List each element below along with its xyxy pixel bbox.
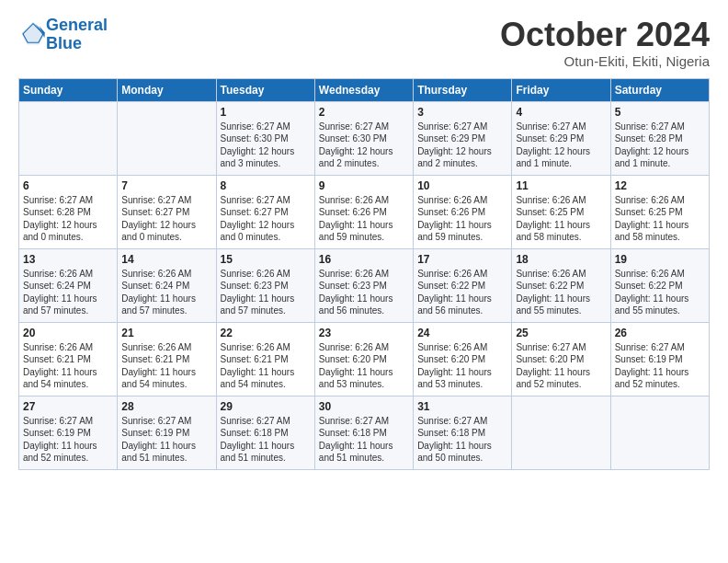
day-info: Sunrise: 6:26 AM Sunset: 6:20 PM Dayligh… [319, 341, 409, 391]
calendar-cell [610, 396, 709, 469]
calendar-cell: 10Sunrise: 6:26 AM Sunset: 6:26 PM Dayli… [414, 175, 512, 248]
day-info: Sunrise: 6:27 AM Sunset: 6:28 PM Dayligh… [23, 194, 113, 244]
day-info: Sunrise: 6:26 AM Sunset: 6:21 PM Dayligh… [121, 341, 211, 391]
calendar-cell: 28Sunrise: 6:27 AM Sunset: 6:19 PM Dayli… [118, 396, 216, 469]
day-info: Sunrise: 6:26 AM Sunset: 6:23 PM Dayligh… [319, 268, 409, 317]
calendar-cell: 11Sunrise: 6:26 AM Sunset: 6:25 PM Dayli… [512, 175, 610, 248]
location: Otun-Ekiti, Ekiti, Nigeria [500, 53, 710, 69]
calendar-cell: 19Sunrise: 6:26 AM Sunset: 6:22 PM Dayli… [610, 248, 709, 322]
day-number: 10 [417, 179, 507, 192]
calendar-cell: 15Sunrise: 6:26 AM Sunset: 6:23 PM Dayli… [216, 248, 314, 322]
day-info: Sunrise: 6:26 AM Sunset: 6:22 PM Dayligh… [615, 268, 705, 317]
day-info: Sunrise: 6:27 AM Sunset: 6:18 PM Dayligh… [417, 415, 507, 465]
calendar-cell: 14Sunrise: 6:26 AM Sunset: 6:24 PM Dayli… [118, 248, 216, 322]
weekday-friday: Friday [512, 78, 610, 101]
day-info: Sunrise: 6:26 AM Sunset: 6:24 PM Dayligh… [121, 268, 211, 317]
day-number: 25 [516, 327, 606, 339]
day-number: 31 [417, 400, 507, 413]
day-info: Sunrise: 6:26 AM Sunset: 6:26 PM Dayligh… [319, 194, 409, 244]
weekday-row: SundayMondayTuesdayWednesdayThursdayFrid… [19, 78, 710, 101]
day-number: 3 [417, 106, 507, 119]
calendar-cell [19, 101, 118, 175]
day-info: Sunrise: 6:26 AM Sunset: 6:20 PM Dayligh… [417, 341, 507, 391]
week-row-3: 13Sunrise: 6:26 AM Sunset: 6:24 PM Dayli… [19, 248, 710, 322]
calendar-cell [118, 101, 216, 175]
calendar-cell: 9Sunrise: 6:26 AM Sunset: 6:26 PM Daylig… [314, 175, 413, 248]
calendar-cell: 25Sunrise: 6:27 AM Sunset: 6:20 PM Dayli… [512, 322, 610, 396]
calendar-cell: 18Sunrise: 6:26 AM Sunset: 6:22 PM Dayli… [512, 248, 610, 322]
day-number: 9 [319, 179, 409, 192]
weekday-tuesday: Tuesday [216, 78, 314, 101]
day-info: Sunrise: 6:27 AM Sunset: 6:27 PM Dayligh… [221, 194, 311, 244]
logo-general: General [46, 16, 108, 34]
calendar-cell: 16Sunrise: 6:26 AM Sunset: 6:23 PM Dayli… [314, 248, 413, 322]
day-info: Sunrise: 6:26 AM Sunset: 6:25 PM Dayligh… [615, 194, 705, 244]
day-number: 27 [23, 400, 113, 413]
calendar-cell: 3Sunrise: 6:27 AM Sunset: 6:29 PM Daylig… [414, 101, 512, 175]
day-number: 15 [221, 253, 311, 266]
calendar-cell: 24Sunrise: 6:26 AM Sunset: 6:20 PM Dayli… [414, 322, 512, 396]
day-info: Sunrise: 6:27 AM Sunset: 6:30 PM Dayligh… [319, 121, 409, 170]
calendar-cell: 7Sunrise: 6:27 AM Sunset: 6:27 PM Daylig… [118, 175, 216, 248]
calendar-cell: 31Sunrise: 6:27 AM Sunset: 6:18 PM Dayli… [414, 396, 512, 469]
day-info: Sunrise: 6:26 AM Sunset: 6:21 PM Dayligh… [221, 341, 311, 391]
calendar-header: SundayMondayTuesdayWednesdayThursdayFrid… [19, 78, 710, 101]
day-number: 24 [417, 327, 507, 339]
logo-text: General Blue [46, 17, 108, 53]
day-number: 18 [516, 253, 606, 266]
day-number: 22 [221, 327, 311, 339]
day-info: Sunrise: 6:26 AM Sunset: 6:23 PM Dayligh… [221, 268, 311, 317]
calendar-cell: 20Sunrise: 6:26 AM Sunset: 6:21 PM Dayli… [19, 322, 118, 396]
day-number: 30 [319, 400, 409, 413]
day-info: Sunrise: 6:27 AM Sunset: 6:29 PM Dayligh… [516, 121, 606, 170]
calendar-cell: 12Sunrise: 6:26 AM Sunset: 6:25 PM Dayli… [610, 175, 709, 248]
day-number: 12 [615, 179, 705, 192]
day-number: 21 [121, 327, 211, 339]
day-number: 16 [319, 253, 409, 266]
day-number: 8 [221, 179, 311, 192]
calendar-cell: 30Sunrise: 6:27 AM Sunset: 6:18 PM Dayli… [314, 396, 413, 469]
calendar-body: 1Sunrise: 6:27 AM Sunset: 6:30 PM Daylig… [19, 101, 710, 469]
calendar-cell: 26Sunrise: 6:27 AM Sunset: 6:19 PM Dayli… [610, 322, 709, 396]
calendar-cell: 22Sunrise: 6:26 AM Sunset: 6:21 PM Dayli… [216, 322, 314, 396]
weekday-monday: Monday [118, 78, 216, 101]
calendar-cell: 2Sunrise: 6:27 AM Sunset: 6:30 PM Daylig… [314, 101, 413, 175]
day-number: 13 [23, 253, 113, 266]
calendar-cell: 6Sunrise: 6:27 AM Sunset: 6:28 PM Daylig… [19, 175, 118, 248]
day-info: Sunrise: 6:27 AM Sunset: 6:19 PM Dayligh… [23, 415, 113, 465]
title-block: October 2024 Otun-Ekiti, Ekiti, Nigeria [500, 17, 710, 69]
calendar-cell: 8Sunrise: 6:27 AM Sunset: 6:27 PM Daylig… [216, 175, 314, 248]
calendar-cell: 27Sunrise: 6:27 AM Sunset: 6:19 PM Dayli… [19, 396, 118, 469]
week-row-1: 1Sunrise: 6:27 AM Sunset: 6:30 PM Daylig… [19, 101, 710, 175]
weekday-wednesday: Wednesday [314, 78, 413, 101]
day-info: Sunrise: 6:26 AM Sunset: 6:25 PM Dayligh… [516, 194, 606, 244]
day-info: Sunrise: 6:26 AM Sunset: 6:26 PM Dayligh… [417, 194, 507, 244]
day-number: 5 [615, 106, 705, 119]
day-info: Sunrise: 6:27 AM Sunset: 6:27 PM Dayligh… [121, 194, 211, 244]
calendar-cell [512, 396, 610, 469]
day-info: Sunrise: 6:27 AM Sunset: 6:18 PM Dayligh… [319, 415, 409, 465]
calendar-cell: 1Sunrise: 6:27 AM Sunset: 6:30 PM Daylig… [216, 101, 314, 175]
calendar-cell: 13Sunrise: 6:26 AM Sunset: 6:24 PM Dayli… [19, 248, 118, 322]
calendar-cell: 4Sunrise: 6:27 AM Sunset: 6:29 PM Daylig… [512, 101, 610, 175]
day-info: Sunrise: 6:27 AM Sunset: 6:19 PM Dayligh… [615, 341, 705, 391]
day-info: Sunrise: 6:27 AM Sunset: 6:28 PM Dayligh… [615, 121, 705, 170]
calendar-cell: 29Sunrise: 6:27 AM Sunset: 6:18 PM Dayli… [216, 396, 314, 469]
calendar-cell: 5Sunrise: 6:27 AM Sunset: 6:28 PM Daylig… [610, 101, 709, 175]
day-number: 28 [121, 400, 211, 413]
day-info: Sunrise: 6:26 AM Sunset: 6:22 PM Dayligh… [516, 268, 606, 317]
day-number: 17 [417, 253, 507, 266]
header: General Blue October 2024 Otun-Ekiti, Ek… [18, 17, 710, 69]
weekday-thursday: Thursday [414, 78, 512, 101]
day-number: 20 [23, 327, 113, 339]
day-number: 23 [319, 327, 409, 339]
day-number: 14 [121, 253, 211, 266]
logo-blue: Blue [46, 34, 82, 52]
weekday-saturday: Saturday [610, 78, 709, 101]
day-number: 4 [516, 106, 606, 119]
day-info: Sunrise: 6:26 AM Sunset: 6:24 PM Dayligh… [23, 268, 113, 317]
day-number: 1 [221, 106, 311, 119]
week-row-4: 20Sunrise: 6:26 AM Sunset: 6:21 PM Dayli… [19, 322, 710, 396]
day-number: 26 [615, 327, 705, 339]
day-number: 6 [23, 179, 113, 192]
